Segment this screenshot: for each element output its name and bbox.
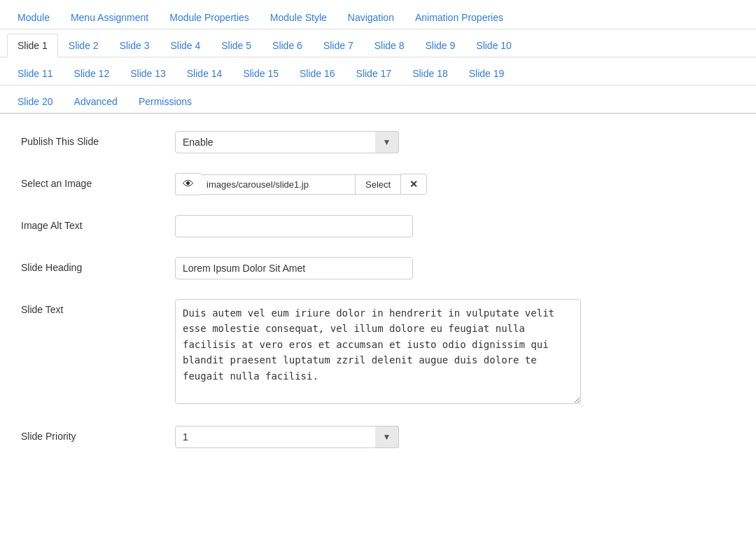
- slide-tab-slide8[interactable]: Slide 8: [364, 34, 415, 57]
- slide-tab-slide17[interactable]: Slide 17: [346, 62, 402, 85]
- slide-text-control: Duis autem vel eum iriure dolor in hendr…: [175, 299, 735, 406]
- select-image-button[interactable]: Select: [355, 174, 400, 195]
- top-tab-animation-properties[interactable]: Animation Properies: [405, 6, 514, 29]
- slide-priority-select[interactable]: 1 2 3 4 5: [175, 426, 399, 448]
- top-tab-navigation[interactable]: Navigation: [337, 6, 405, 29]
- slide-tab-slide5[interactable]: Slide 5: [211, 34, 262, 57]
- slide-heading-label: Slide Heading: [21, 257, 175, 273]
- slide-tab-slide2[interactable]: Slide 2: [58, 34, 109, 57]
- slide-tab-slide12[interactable]: Slide 12: [64, 62, 120, 85]
- slide-tab-slide4[interactable]: Slide 4: [160, 34, 211, 57]
- select-image-row: Select an Image 👁 Select ✕: [21, 173, 735, 195]
- slide-tab-slide13[interactable]: Slide 13: [120, 62, 176, 85]
- slide-text-textarea[interactable]: Duis autem vel eum iriure dolor in hendr…: [175, 299, 581, 404]
- slide-tab-slide10[interactable]: Slide 10: [465, 34, 522, 57]
- eye-icon: 👁: [183, 178, 194, 190]
- form-body: Publish This Slide Enable Disable ▼ Sele…: [0, 114, 756, 485]
- slide-priority-select-wrapper: 1 2 3 4 5 ▼: [175, 426, 399, 448]
- top-tab-module[interactable]: Module: [7, 6, 60, 29]
- slide-tab-permissions[interactable]: Permissions: [128, 90, 202, 113]
- clear-image-button[interactable]: ✕: [400, 174, 427, 195]
- slide-text-row: Slide Text Duis autem vel eum iriure dol…: [21, 299, 735, 406]
- image-preview-button[interactable]: 👁: [175, 173, 201, 195]
- image-alt-text-control: [175, 215, 735, 237]
- slide-tabs-row3: Slide 20AdvancedPermissions: [0, 85, 756, 113]
- image-path-input[interactable]: [201, 174, 355, 195]
- image-alt-text-label: Image Alt Text: [21, 215, 175, 231]
- slide-heading-control: [175, 257, 735, 279]
- slide-tab-slide16[interactable]: Slide 16: [289, 62, 346, 85]
- slide-tab-slide11[interactable]: Slide 11: [7, 62, 64, 85]
- slide-tab-slide3[interactable]: Slide 3: [109, 34, 160, 57]
- slide-priority-label: Slide Priority: [21, 426, 175, 442]
- slide-tab-slide19[interactable]: Slide 19: [458, 62, 515, 85]
- publish-slide-select[interactable]: Enable Disable: [175, 131, 399, 153]
- slide-tabs-row2: Slide 11Slide 12Slide 13Slide 14Slide 15…: [0, 57, 756, 85]
- image-alt-text-input[interactable]: [175, 215, 413, 237]
- slide-tab-advanced[interactable]: Advanced: [64, 90, 128, 113]
- image-alt-text-row: Image Alt Text: [21, 215, 735, 237]
- publish-slide-control: Enable Disable ▼: [175, 131, 735, 153]
- top-nav-tabs: ModuleMenu AssignmentModule PropertiesMo…: [0, 0, 756, 29]
- image-input-group: 👁 Select ✕: [175, 173, 735, 195]
- publish-slide-row: Publish This Slide Enable Disable ▼: [21, 131, 735, 153]
- slide-tab-slide1[interactable]: Slide 1: [7, 34, 58, 57]
- slide-tabs-row1: Slide 1Slide 2Slide 3Slide 4Slide 5Slide…: [0, 29, 756, 57]
- slide-tab-slide6[interactable]: Slide 6: [262, 34, 313, 57]
- slide-tab-slide7[interactable]: Slide 7: [313, 34, 364, 57]
- select-image-label: Select an Image: [21, 173, 175, 189]
- slide-text-label: Slide Text: [21, 299, 175, 315]
- slide-priority-row: Slide Priority 1 2 3 4 5 ▼: [21, 426, 735, 448]
- slide-tab-slide15[interactable]: Slide 15: [232, 62, 289, 85]
- slide-tab-slide20[interactable]: Slide 20: [7, 90, 64, 113]
- slide-priority-control: 1 2 3 4 5 ▼: [175, 426, 735, 448]
- slide-heading-row: Slide Heading: [21, 257, 735, 279]
- slide-tab-slide18[interactable]: Slide 18: [402, 62, 458, 85]
- top-tab-menu-assignment[interactable]: Menu Assignment: [60, 6, 159, 29]
- publish-slide-label: Publish This Slide: [21, 131, 175, 147]
- publish-slide-select-wrapper: Enable Disable ▼: [175, 131, 399, 153]
- select-image-control: 👁 Select ✕: [175, 173, 735, 195]
- slide-heading-input[interactable]: [175, 257, 413, 279]
- slide-tab-slide9[interactable]: Slide 9: [415, 34, 466, 57]
- top-tab-module-properties[interactable]: Module Properties: [159, 6, 260, 29]
- top-tab-module-style[interactable]: Module Style: [260, 6, 337, 29]
- slide-tab-slide14[interactable]: Slide 14: [176, 62, 233, 85]
